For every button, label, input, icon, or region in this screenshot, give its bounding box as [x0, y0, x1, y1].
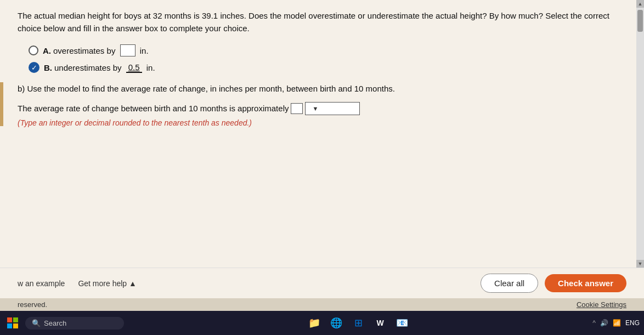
option-a-input[interactable]	[120, 44, 135, 56]
dropdown-arrow-icon: ▼	[312, 105, 318, 112]
scrollbar[interactable]: ▲ ▼	[636, 0, 644, 268]
option-b-item[interactable]: ✓ B. underestimates by 0.5 in.	[29, 62, 626, 73]
help-link[interactable]: Get more help ▲	[78, 279, 136, 288]
taskbar-search[interactable]: 🔍 Search	[25, 317, 124, 330]
taskbar-icon-word[interactable]: W	[371, 314, 389, 332]
check-answer-button[interactable]: Check answer	[545, 274, 626, 292]
taskbar-icon-mail[interactable]: 📧	[393, 314, 411, 332]
win-square-1	[7, 317, 12, 322]
win-square-3	[7, 323, 12, 328]
taskbar: 🔍 Search 📁 🌐 ⊞ W 📧 ^ 🔊 📶 ENG	[0, 311, 644, 335]
win-square-2	[13, 317, 18, 322]
avg-rate-text: The average rate of change between birth…	[18, 104, 289, 113]
taskbar-app-icons: 📁 🌐 ⊞ W 📧	[306, 314, 411, 332]
example-link[interactable]: w an example	[18, 279, 65, 288]
left-accent-bar	[0, 82, 3, 126]
avg-rate-input[interactable]	[291, 103, 303, 114]
taskbar-search-label: Search	[44, 319, 66, 327]
option-b-unit: in.	[146, 63, 155, 72]
option-b-label: B.	[44, 63, 52, 72]
clear-all-button[interactable]: Clear all	[481, 274, 538, 293]
answer-options: A. overestimates by in. ✓ B. underestima…	[29, 44, 626, 73]
tray-lang: ENG	[625, 319, 640, 327]
taskbar-icon-edge[interactable]: 🌐	[327, 314, 345, 332]
avg-rate-dropdown[interactable]: ▼	[305, 102, 360, 115]
windows-icon	[7, 317, 18, 328]
avg-rate-line: The average rate of change between birth…	[18, 102, 626, 115]
option-a-label: A.	[43, 46, 51, 55]
option-a-text: overestimates by	[53, 46, 115, 55]
bottom-left-links: w an example Get more help ▲	[18, 279, 137, 288]
footer-bar: reserved. Cookie Settings	[0, 298, 644, 311]
option-a-item[interactable]: A. overestimates by in.	[29, 44, 626, 56]
option-b-check-icon[interactable]: ✓	[29, 62, 39, 73]
part-b-text: b) Use the model to find the average rat…	[18, 83, 626, 95]
system-tray: ^ 🔊 📶 ENG	[592, 319, 640, 327]
option-b-value[interactable]: 0.5	[126, 63, 142, 73]
tray-wifi[interactable]: 📶	[613, 319, 621, 327]
search-icon: 🔍	[32, 319, 41, 327]
scroll-down-arrow[interactable]: ▼	[636, 260, 644, 268]
hint-text: (Type an integer or decimal rounded to t…	[18, 118, 626, 127]
win-square-4	[13, 323, 18, 328]
bottom-actions: Clear all Check answer	[481, 274, 626, 293]
bottom-bar: w an example Get more help ▲ Clear all C…	[0, 268, 644, 298]
scroll-up-arrow[interactable]: ▲	[636, 0, 644, 8]
taskbar-icon-explorer[interactable]: 📁	[306, 314, 323, 332]
scroll-thumb[interactable]	[637, 10, 643, 32]
option-a-radio[interactable]	[29, 46, 38, 55]
question-intro: The actual median height for boys at 32 …	[18, 10, 626, 35]
start-button[interactable]	[4, 315, 21, 331]
cookie-settings-link[interactable]: Cookie Settings	[577, 300, 626, 309]
tray-volume[interactable]: 🔊	[600, 319, 608, 327]
taskbar-icon-grid[interactable]: ⊞	[349, 314, 367, 332]
tray-caret: ^	[592, 319, 596, 327]
option-b-text: underestimates by	[54, 63, 122, 72]
footer-reserved: reserved.	[18, 300, 47, 309]
option-a-unit: in.	[140, 46, 149, 55]
